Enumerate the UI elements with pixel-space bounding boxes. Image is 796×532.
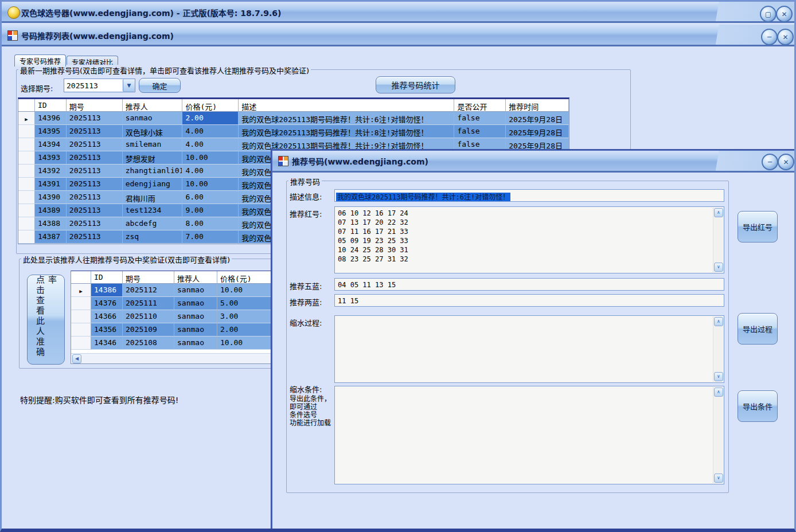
groupbox2-title: 此处显示该推荐人往期推荐号码及中奖验证(双击即可查看详情) (21, 254, 232, 265)
header-blank (71, 271, 91, 284)
selected-cell: 2.00 (182, 112, 239, 125)
condition-vertical-scrollbar[interactable]: ∧ ∨ (713, 387, 723, 483)
dialog-groupbox-title: 推荐号码 (288, 176, 322, 187)
period-combobox[interactable]: 2025113 ▼ (64, 79, 135, 92)
list-close-button[interactable]: ✕ (777, 29, 794, 45)
row-marker-icon: ▶ (71, 284, 91, 297)
blue5-label: 推荐五蓝: (290, 280, 322, 291)
scroll-down-icon[interactable]: ∨ (714, 372, 723, 381)
dialog-minimize-button[interactable]: ─ (762, 154, 778, 170)
main-window-title: 双色球选号器(www.edengjiang.com) - 正式版(版本号: 18… (21, 7, 281, 18)
header-period: 期号 (67, 99, 123, 112)
maximize-button[interactable]: ▢ (760, 6, 777, 22)
condition-note: 导出此条件， 即可通过 条件选号 功能进行加载 (290, 395, 331, 427)
red-numbers-text: 06 10 12 16 17 24 07 13 17 20 22 32 07 1… (335, 207, 724, 265)
scroll-up-icon[interactable]: ∧ (714, 208, 723, 217)
list-window-title: 号码推荐列表(www.edengjiang.com) (21, 30, 174, 41)
scroll-down-icon[interactable]: ∨ (714, 474, 723, 483)
desc-input[interactable]: 我的双色球2025113期号码推荐！共计:6注!对错勿怪！ (334, 189, 724, 202)
app-window: 双色球选号器(www.edengjiang.com) - 正式版(版本号: 18… (0, 0, 796, 532)
dialog-titlebar: 推荐号码(www.edengjiang.com) (272, 151, 794, 173)
red-numbers-area[interactable]: 06 10 12 16 17 24 07 13 17 20 22 32 07 1… (334, 206, 724, 273)
close-icon: ✕ (782, 33, 788, 41)
export-red-button[interactable]: 导出红号 (738, 211, 778, 242)
scroll-down-icon[interactable]: ∨ (714, 263, 723, 272)
red-vertical-scrollbar[interactable]: ∧ ∨ (713, 208, 723, 272)
header-description: 描述 (239, 99, 454, 112)
header-price: 价格(元) (182, 99, 239, 112)
minimize-icon: ─ (767, 33, 771, 41)
export-condition-button[interactable]: 导出条件 (738, 390, 778, 422)
header-public: 是否公开 (454, 99, 506, 112)
dialog-close-button[interactable]: ✕ (778, 154, 794, 170)
scroll-left-icon[interactable]: ◀ (72, 354, 81, 363)
period-value: 2025113 (64, 79, 123, 92)
stats-button[interactable]: 推荐号码统计 (376, 76, 455, 93)
header-recommender: 推荐人 (123, 99, 183, 112)
process-area[interactable]: ∧ ∨ (334, 315, 724, 383)
condition-label: 缩水条件: (290, 384, 322, 394)
dialog-title: 推荐号码(www.edengjiang.com) (292, 155, 428, 167)
main-titlebar: 双色球选号器(www.edengjiang.com) - 正式版(版本号: 18… (2, 2, 794, 23)
list-minimize-button[interactable]: ─ (761, 29, 778, 45)
period-label: 选择期号: (21, 83, 53, 93)
close-button[interactable]: ✕ (776, 6, 793, 22)
scroll-up-icon[interactable]: ∧ (714, 317, 723, 326)
row-marker-icon: ▶ (18, 112, 35, 125)
table-row[interactable]: 14395 2025113 双色球小妹 4.00 我的双色球2025113期号码… (18, 125, 569, 138)
selected-cell: 14386 (91, 284, 123, 297)
minimize-icon: ─ (768, 158, 772, 166)
dropdown-arrow-icon[interactable]: ▼ (123, 79, 135, 92)
accuracy-button[interactable]: 点击查看此人准确率 (27, 275, 65, 365)
table-row[interactable]: ▶ 14396 2025113 sanmao 2.00 我的双色球2025113… (18, 112, 569, 125)
desc-label: 描述信息: (290, 191, 322, 202)
list-window-titlebar: 号码推荐列表(www.edengjiang.com) (2, 25, 794, 46)
header-time: 推荐时间 (506, 99, 569, 112)
header-recommender: 推荐人 (174, 271, 217, 284)
selected-text: 我的双色球2025113期号码推荐！共计:6注!对错勿怪！ (336, 193, 510, 202)
tab-expert-numbers[interactable]: 专家号码推荐 (14, 54, 66, 66)
window-icon (7, 30, 18, 41)
table-header-row: ID 期号 推荐人 价格(元) 描述 是否公开 推荐时间 (18, 99, 569, 112)
export-process-button[interactable]: 导出过程 (738, 313, 778, 345)
close-icon: ✕ (781, 10, 787, 18)
scroll-up-icon[interactable]: ∧ (714, 388, 723, 397)
blue2-input[interactable]: 11 15 (334, 294, 724, 307)
process-vertical-scrollbar[interactable]: ∧ ∨ (713, 316, 723, 382)
blue2-label: 推荐两蓝: (290, 296, 322, 307)
header-id: ID (35, 99, 67, 112)
red-label: 推荐红号: (290, 208, 322, 219)
process-label: 缩水过程: (290, 317, 322, 328)
header-period: 期号 (123, 271, 174, 284)
window-icon (278, 156, 288, 166)
close-icon: ✕ (783, 158, 789, 166)
coin-icon (7, 6, 20, 19)
condition-area[interactable]: ∧ ∨ (334, 386, 724, 484)
header-blank (18, 99, 35, 112)
header-id: ID (91, 271, 123, 284)
maximize-icon: ▢ (765, 10, 771, 18)
blue5-input[interactable]: 04 05 11 13 15 (334, 278, 724, 291)
recommend-dialog: 推荐号码(www.edengjiang.com) ─ ✕ 推荐号码 描述信息: … (271, 150, 795, 530)
confirm-button[interactable]: 确定 (139, 78, 181, 93)
reminder-text: 特别提醒:购买软件即可查看到所有推荐号码! (20, 394, 178, 405)
